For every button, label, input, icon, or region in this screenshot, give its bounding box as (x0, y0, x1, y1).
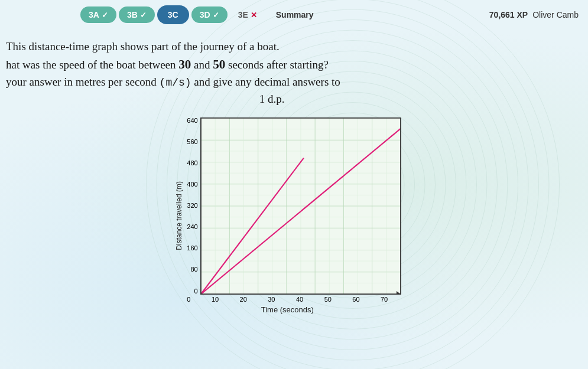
tab-3E[interactable]: 3E ✕ (230, 6, 265, 23)
tab-3B[interactable]: 3B ✓ (119, 6, 155, 23)
tab-3C-label: 3C (168, 10, 178, 19)
user-info: 70,661 XP Oliver Camb (489, 10, 579, 19)
question-block: This distance-time graph shows part of t… (6, 38, 538, 108)
xtick-70: 70 (381, 296, 388, 303)
tab-3A[interactable]: 3A ✓ (80, 6, 116, 23)
y-tick-labels: 640 560 480 400 320 240 160 80 0 (187, 117, 200, 295)
ytick-400: 400 (187, 181, 197, 188)
question-line1: This distance-time graph shows part of t… (6, 38, 538, 55)
tab-summary-label: Summary (276, 10, 314, 19)
tab-3A-check: ✓ (102, 11, 108, 19)
tab-3A-label: 3A (89, 10, 99, 19)
question-line2: hat was the speed of the boat between 30… (6, 55, 538, 74)
x-tick-row: 0 10 20 30 40 50 60 70 (187, 295, 388, 303)
ytick-320: 320 (187, 203, 197, 209)
ytick-160: 160 (187, 245, 197, 252)
xtick-50: 50 (324, 296, 332, 303)
ytick-80: 80 (190, 266, 197, 273)
xtick-40: 40 (296, 296, 303, 303)
tab-3E-label: 3E (238, 10, 248, 19)
graph-with-ylabel: Distance travelled (m) 640 560 480 400 3… (175, 117, 401, 314)
tab-3C[interactable]: 3C (157, 5, 189, 24)
question-line4: 1 d.p. (6, 91, 538, 108)
graph-area (200, 117, 401, 295)
tab-3D[interactable]: 3D ✓ (191, 6, 228, 23)
graph-wrapper: Distance travelled (m) 640 560 480 400 3… (175, 117, 401, 314)
y-axis-label: Distance travelled (m) (175, 181, 183, 250)
graph-container: Distance travelled (m) 640 560 480 400 3… (6, 117, 570, 314)
xtick-60: 60 (352, 296, 359, 303)
ytick-240: 240 (187, 224, 197, 230)
main-content: This distance-time graph shows part of t… (0, 32, 588, 369)
tab-3B-label: 3B (127, 10, 138, 19)
xtick-30: 30 (268, 296, 275, 303)
ytick-0: 0 (194, 288, 198, 295)
graph-row: 640 560 480 400 320 240 160 80 0 (187, 117, 401, 295)
xtick-0: 0 (187, 296, 190, 303)
xp-display: 70,661 XP (489, 10, 528, 19)
tab-3B-check: ✓ (140, 11, 147, 19)
ytick-560: 560 (187, 139, 197, 145)
x-axis-label: Time (seconds) (187, 305, 388, 314)
x-tick-labels: 0 10 20 30 40 50 60 70 (187, 296, 388, 303)
tab-3D-check: ✓ (213, 11, 219, 19)
tab-3E-x: ✕ (251, 11, 257, 19)
graph-and-yticks: 640 560 480 400 320 240 160 80 0 (187, 117, 401, 314)
header: 3A ✓ 3B ✓ 3C 3D ✓ 3E ✕ Summary 70,661 XP… (0, 0, 588, 30)
xtick-10: 10 (212, 296, 219, 303)
ytick-480: 480 (187, 160, 197, 166)
username-display: Oliver Camb (532, 10, 579, 19)
tab-3D-label: 3D (200, 10, 210, 19)
question-line3: your answer in metres per second (m/s) a… (6, 74, 538, 91)
tab-bar: 3A ✓ 3B ✓ 3C 3D ✓ 3E ✕ Summary (80, 5, 322, 24)
tab-summary[interactable]: Summary (268, 6, 322, 23)
graph-svg (201, 118, 401, 294)
xtick-20: 20 (240, 296, 247, 303)
ytick-640: 640 (187, 117, 197, 124)
